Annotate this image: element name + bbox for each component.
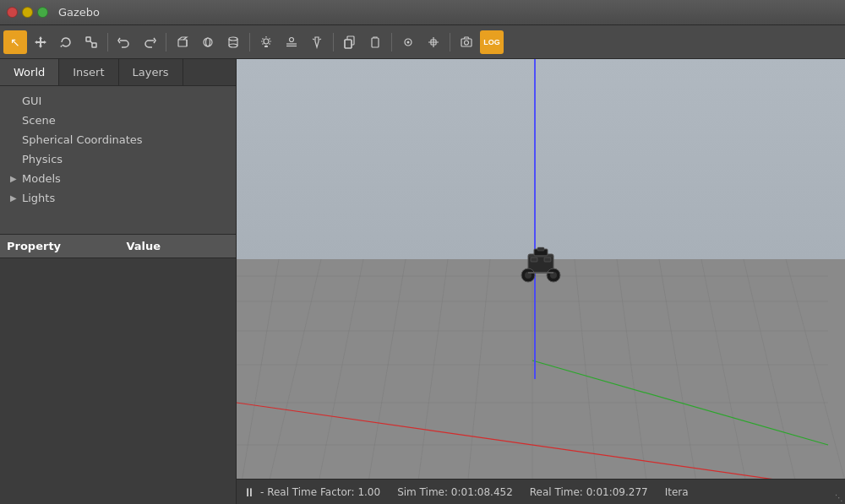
- separator-5: [391, 33, 392, 51]
- snap-button[interactable]: [422, 30, 445, 54]
- separator-6: [450, 33, 450, 51]
- tree-panel: GUI Scene Spherical Coordinates Physics …: [0, 86, 236, 234]
- svg-rect-1: [92, 43, 96, 47]
- separator-3: [249, 33, 250, 51]
- svg-rect-65: [529, 255, 553, 257]
- tree-item-lights[interactable]: ▶ Lights: [0, 188, 236, 208]
- spot-light-button[interactable]: [305, 30, 329, 54]
- svg-line-49: [659, 259, 701, 479]
- cylinder-button[interactable]: [221, 30, 245, 54]
- svg-line-16: [270, 43, 270, 44]
- svg-point-33: [465, 41, 469, 45]
- separator-2: [166, 33, 166, 51]
- align-button[interactable]: [396, 30, 420, 54]
- pause-button[interactable]: ⏸: [243, 485, 255, 499]
- tree-item-spherical-label: Spherical Coordinates: [22, 133, 143, 146]
- svg-line-51: [744, 259, 803, 479]
- rotate-tool-button[interactable]: [54, 30, 78, 54]
- tree-item-spherical-coords[interactable]: Spherical Coordinates: [0, 130, 236, 149]
- svg-line-24: [319, 39, 321, 40]
- property-panel: Property Value ⋮: [0, 234, 236, 504]
- tree-item-scene-label: Scene: [22, 114, 56, 127]
- tree-item-physics[interactable]: Physics: [0, 149, 236, 169]
- svg-rect-28: [372, 38, 379, 47]
- svg-rect-19: [264, 46, 268, 47]
- svg-point-6: [229, 37, 237, 41]
- tree-item-scene[interactable]: Scene: [0, 111, 236, 130]
- svg-line-42: [313, 259, 363, 479]
- screenshot-button[interactable]: [455, 30, 478, 54]
- svg-line-45: [465, 259, 490, 479]
- svg-point-4: [204, 38, 212, 46]
- tab-layers[interactable]: Layers: [119, 59, 183, 85]
- svg-line-44: [414, 259, 448, 479]
- svg-rect-0: [86, 37, 90, 41]
- toolbar: ↖: [0, 25, 845, 59]
- svg-rect-63: [531, 257, 537, 262]
- svg-point-9: [229, 44, 237, 47]
- viewport[interactable]: ⏸ - Real Time Factor: 1.00 Sim Time: 0:0…: [237, 59, 845, 504]
- axis-line-blue: [534, 59, 536, 379]
- title-bar: Gazebo: [0, 0, 845, 25]
- tab-insert[interactable]: Insert: [59, 59, 118, 85]
- directional-light-button[interactable]: [280, 30, 303, 54]
- tree-item-lights-label: Lights: [22, 192, 55, 204]
- tab-world[interactable]: World: [0, 59, 59, 85]
- redo-button[interactable]: [138, 30, 161, 54]
- svg-point-30: [407, 41, 410, 43]
- tree-item-gui[interactable]: GUI: [0, 91, 236, 111]
- svg-line-40: [237, 259, 279, 479]
- resize-handle-corner[interactable]: ⋱: [835, 493, 843, 502]
- copy-button[interactable]: [338, 30, 362, 54]
- property-col-label: Property: [7, 240, 110, 252]
- svg-line-18: [263, 43, 264, 44]
- real-time-value: 0:01:09.277: [586, 486, 648, 498]
- tree-item-models[interactable]: ▶ Models: [0, 169, 236, 188]
- main-layout: ↖: [0, 25, 845, 504]
- robot-svg: [515, 246, 566, 292]
- sidebar: World Insert Layers GUI Scene Spherical …: [0, 59, 237, 504]
- svg-line-43: [363, 259, 406, 479]
- minimize-button[interactable]: [22, 7, 33, 18]
- svg-point-20: [290, 37, 294, 41]
- separator-4: [333, 33, 334, 51]
- tab-bar: World Insert Layers: [0, 59, 236, 86]
- sim-time-value: 0:01:08.452: [451, 486, 513, 498]
- point-light-button[interactable]: [254, 30, 278, 54]
- content-area: World Insert Layers GUI Scene Spherical …: [0, 59, 845, 504]
- maximize-button[interactable]: [37, 7, 48, 18]
- sim-time-label: Sim Time:: [397, 486, 448, 498]
- close-button[interactable]: [7, 7, 18, 18]
- box-button[interactable]: [171, 30, 194, 54]
- arrow-models: ▶: [10, 174, 19, 183]
- svg-line-48: [617, 259, 651, 479]
- svg-line-17: [270, 38, 270, 39]
- real-time-factor-value: 1.00: [357, 486, 380, 498]
- svg-rect-3: [178, 40, 187, 46]
- svg-rect-26: [345, 40, 352, 48]
- svg-rect-57: [537, 247, 544, 251]
- translate-tool-button[interactable]: [29, 30, 52, 54]
- arrow-lights: ▶: [10, 193, 19, 203]
- svg-line-47: [575, 259, 600, 479]
- svg-point-5: [206, 38, 210, 46]
- svg-line-2: [90, 41, 92, 43]
- real-time-label: Real Time:: [530, 486, 583, 498]
- status-text: - Real Time Factor:: [260, 486, 355, 498]
- sphere-button[interactable]: [196, 30, 220, 54]
- tree-item-models-label: Models: [22, 172, 61, 185]
- undo-button[interactable]: [112, 30, 136, 54]
- select-tool-button[interactable]: ↖: [3, 30, 27, 54]
- tree-item-gui-label: GUI: [22, 95, 41, 107]
- app-title: Gazebo: [58, 6, 100, 19]
- sky: [237, 59, 845, 259]
- iter-label: Itera: [665, 486, 689, 498]
- svg-rect-64: [544, 257, 551, 262]
- svg-point-10: [264, 39, 269, 44]
- paste-button[interactable]: [363, 30, 387, 54]
- svg-line-52: [786, 259, 845, 479]
- svg-line-50: [701, 259, 752, 479]
- scale-tool-button[interactable]: [79, 30, 103, 54]
- log-button[interactable]: LOG: [480, 30, 504, 54]
- tree-item-physics-label: Physics: [22, 153, 63, 165]
